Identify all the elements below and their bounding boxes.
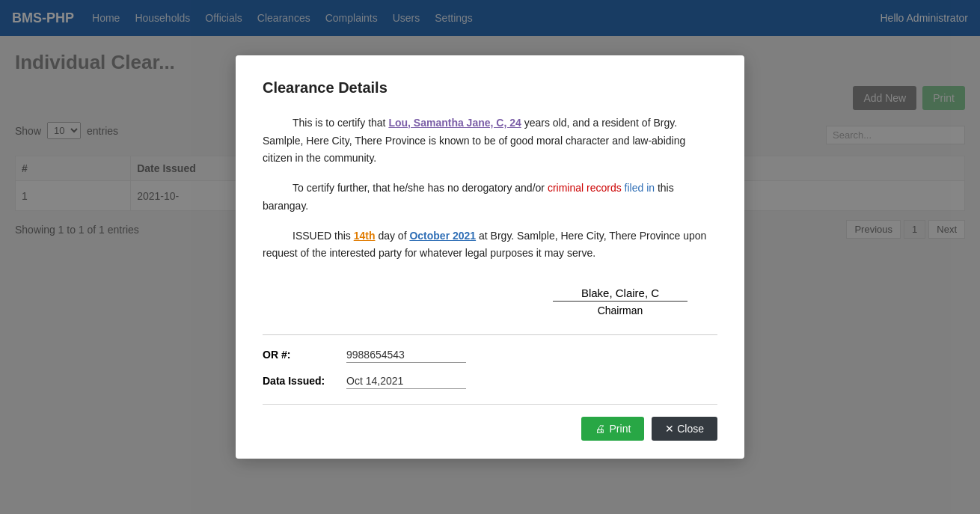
para3-mid1: day of xyxy=(376,230,410,242)
date-issued-row: Data Issued: Oct 14,2021 xyxy=(263,375,717,389)
para3-prefix: ISSUED this xyxy=(293,230,354,242)
or-label: OR #: xyxy=(263,349,337,361)
resident-name: Lou, Samantha Jane, C, 24 xyxy=(388,117,521,129)
printer-icon: 🖨 xyxy=(595,423,605,435)
modal-body: This is to certify that Lou, Samantha Ja… xyxy=(263,114,717,263)
modal-print-button[interactable]: 🖨 Print xyxy=(581,417,645,441)
date-issued-label: Data Issued: xyxy=(263,375,337,387)
para3: ISSUED this 14th day of October 2021 at … xyxy=(263,227,717,263)
modal-close-button[interactable]: ✕ Close xyxy=(652,417,717,441)
or-number-row: OR #: 9988654543 xyxy=(263,349,717,363)
issued-month: October 2021 xyxy=(409,230,476,242)
modal-overlay: Clearance Details This is to certify tha… xyxy=(0,0,980,514)
date-issued-value: Oct 14,2021 xyxy=(346,375,466,389)
para1: This is to certify that Lou, Samantha Ja… xyxy=(263,114,717,168)
para2: To certify further, that he/she has no d… xyxy=(263,180,717,215)
modal-title: Clearance Details xyxy=(263,79,717,97)
or-value: 9988654543 xyxy=(346,349,466,363)
modal-footer: 🖨 Print ✕ Close xyxy=(263,404,717,441)
para2-text: To certify further, that he/she has no d… xyxy=(263,182,674,212)
signature-block: Blake, Claire, C Chairman xyxy=(263,287,717,316)
signatory-role: Chairman xyxy=(553,305,687,316)
para1-prefix: This is to certify that xyxy=(293,117,385,129)
issued-day: 14th xyxy=(354,230,376,242)
modal-print-label: Print xyxy=(610,423,631,435)
details-section: OR #: 9988654543 Data Issued: Oct 14,202… xyxy=(263,334,717,389)
signatory-name: Blake, Claire, C xyxy=(553,287,687,302)
clearance-details-modal: Clearance Details This is to certify tha… xyxy=(236,55,744,459)
